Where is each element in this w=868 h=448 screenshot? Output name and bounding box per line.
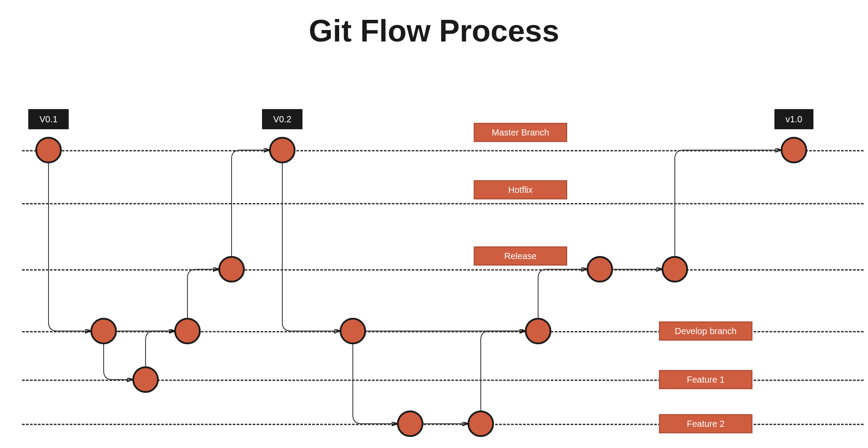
commit-node — [662, 256, 688, 282]
commit-node — [90, 318, 117, 344]
commit-node — [218, 256, 245, 282]
lane-label-develop: Develop branch — [659, 322, 752, 341]
version-tag: V0.2 — [262, 109, 302, 129]
commit-node — [525, 318, 551, 344]
diagram-title: Git Flow Process — [0, 13, 868, 49]
lane-label-hotfix: Hotflix — [474, 181, 567, 200]
lane-label-feature1: Feature 1 — [659, 370, 752, 389]
commit-node — [397, 410, 423, 437]
version-tag: V0.1 — [28, 109, 68, 129]
commit-node — [174, 318, 201, 344]
commit-node — [340, 318, 366, 344]
lane-label-feature2: Feature 2 — [659, 414, 752, 433]
lane-label-master: Master Branch — [474, 123, 567, 142]
lane-master — [22, 150, 864, 151]
lane-hotfix — [22, 203, 864, 204]
version-tag: v1.0 — [774, 109, 813, 129]
commit-node — [132, 366, 159, 393]
lane-label-release: Release — [474, 247, 567, 266]
commit-node — [781, 137, 807, 163]
commit-node — [35, 137, 62, 163]
lane-release — [22, 269, 864, 271]
commit-node — [269, 137, 296, 163]
commit-node — [468, 410, 494, 437]
diagram-canvas: Git Flow Process Master Branch Hotflix R… — [0, 0, 868, 448]
commit-node — [587, 256, 613, 282]
